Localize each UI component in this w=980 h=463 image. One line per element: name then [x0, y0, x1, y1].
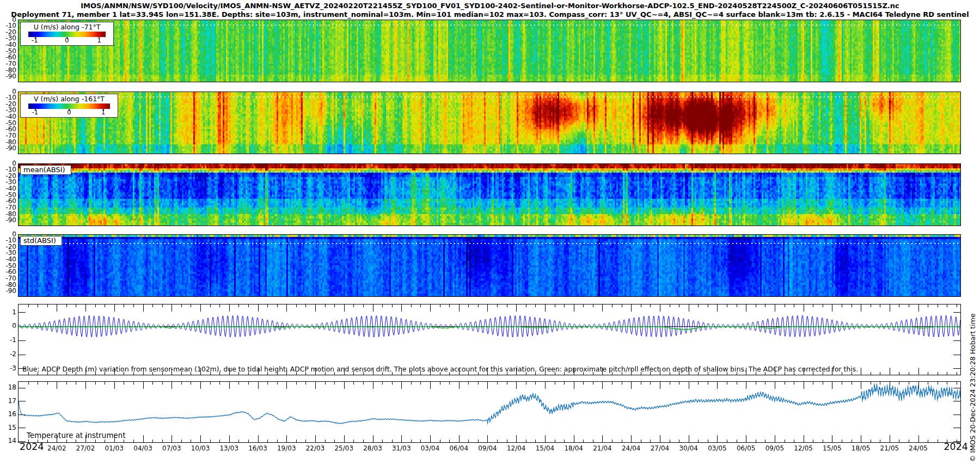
date-tick-label: 12/04 — [503, 444, 529, 452]
depth-variation-tick-label: -1 — [0, 337, 16, 344]
date-tick-label: 01/03 — [101, 444, 127, 452]
date-tick-label: 24/02 — [44, 444, 70, 452]
date-tick-label: 18/04 — [561, 444, 587, 452]
date-tick-label: 31/03 — [388, 444, 414, 452]
u-colorbar-ticks: -1 0 1 — [28, 37, 106, 44]
temperature-tick-label: 18 — [0, 384, 16, 391]
adcp-deployment-figure: IMOS/ANMN/NSW/SYD100/Velocity/IMOS_ANMN-… — [0, 0, 980, 463]
temperature-tick-label: 17 — [0, 398, 16, 405]
year-label-left: 2024 — [20, 441, 44, 452]
depth-variation-tick-label: 1 — [0, 309, 16, 316]
date-tick-label: 27/02 — [72, 444, 99, 452]
colorbar-tick-label: 0 — [65, 37, 69, 44]
date-tick-label: 15/04 — [532, 444, 558, 452]
depth-variation-plot — [19, 304, 960, 375]
date-tick-label: 15/05 — [819, 444, 845, 452]
u-velocity-heatmap — [19, 20, 960, 82]
date-tick-label: 03/04 — [417, 444, 443, 452]
date-tick-label: 24/05 — [905, 444, 932, 452]
u-colorbar-legend: U (m/s) along -71°T -1 0 1 — [20, 22, 114, 46]
panel-v-velocity: V (m/s) along -161°T -1 0 1 — [18, 92, 961, 154]
depth-tick-label: -90 — [0, 73, 16, 80]
date-tick-label: 21/05 — [877, 444, 903, 452]
colorbar-tick-label: 1 — [101, 109, 105, 116]
date-tick-label: 03/05 — [704, 444, 730, 452]
depth-tick-label: -90 — [0, 288, 16, 295]
mean-absi-heatmap — [19, 164, 960, 226]
temperature-tick-label: 14 — [0, 437, 16, 444]
date-tick-label: 06/04 — [446, 444, 472, 452]
depth-variation-tick-label: -2 — [0, 351, 16, 358]
depth-tick-label: -90 — [0, 217, 16, 224]
figure-title: IMOS/ANMN/NSW/SYD100/Velocity/IMOS_ANMN-… — [0, 2, 980, 19]
date-tick-label: 04/03 — [130, 444, 156, 452]
date-tick-label: 28/03 — [360, 444, 386, 452]
v-velocity-heatmap — [19, 92, 960, 154]
year-label-right: 2024 — [929, 441, 968, 452]
temperature-tick-label: 16 — [0, 411, 16, 418]
date-tick-label: 22/03 — [302, 444, 328, 452]
date-tick-label: 07/03 — [158, 444, 185, 452]
title-line1: IMOS/ANMN/NSW/SYD100/Velocity/IMOS_ANMN-… — [0, 2, 980, 10]
date-tick-label: 09/05 — [762, 444, 788, 452]
depth-variation-tick-label: 0 — [0, 322, 16, 330]
title-line2: Deployment 71, member 1 lat=33.94S lon=1… — [0, 10, 980, 19]
date-tick-label: 16/03 — [245, 444, 271, 452]
date-tick-label: 12/05 — [791, 444, 817, 452]
v-colorbar-legend: V (m/s) along -161°T -1 0 1 — [20, 94, 118, 118]
v-colorbar-ticks: -1 0 1 — [28, 109, 110, 116]
depth-variation-note: Blue: ADCP Depth (m) variation from sens… — [22, 365, 858, 373]
date-tick-label: 18/05 — [848, 444, 874, 452]
date-tick-label: 10/03 — [187, 444, 213, 452]
colorbar-tick-label: 1 — [97, 37, 101, 44]
date-tick-label: 21/04 — [589, 444, 615, 452]
panel-std-absi: std(ABSI) — [18, 234, 961, 297]
std-absi-heatmap — [19, 235, 960, 296]
imos-watermark: © IMOS 20-Dec-2024 23:20:28 Hobart time — [969, 313, 977, 462]
v-legend-title: V (m/s) along -161°T — [21, 95, 118, 103]
depth-variation-tick-label: -3 — [0, 365, 16, 372]
temperature-tick-label: 15 — [0, 424, 16, 431]
colorbar-tick-label: 0 — [67, 109, 71, 116]
date-tick-label: 27/04 — [647, 444, 673, 452]
colorbar-tick-label: -1 — [32, 37, 38, 44]
date-tick-label: 09/04 — [474, 444, 500, 452]
panel-u-velocity: U (m/s) along -71°T -1 0 1 — [18, 20, 961, 82]
panel-temperature: Temperature at instrument — [18, 381, 961, 443]
date-tick-label: 19/03 — [273, 444, 299, 452]
date-tick-label: 06/05 — [733, 444, 759, 452]
std-absi-label: std(ABSI) — [20, 236, 62, 246]
date-tick-label: 25/03 — [331, 444, 357, 452]
date-tick-label: 30/04 — [676, 444, 702, 452]
mean-absi-label: mean(ABSI) — [20, 165, 71, 175]
colorbar-tick-label: -1 — [32, 109, 38, 116]
date-tick-label: 13/03 — [216, 444, 242, 452]
temperature-label: Temperature at instrument — [27, 431, 126, 440]
u-legend-title: U (m/s) along -71°T — [21, 23, 113, 31]
depth-tick-label: -90 — [0, 145, 16, 152]
temperature-plot — [19, 382, 960, 442]
panel-mean-absi: mean(ABSI) — [18, 163, 961, 226]
panel-depth-variation: Blue: ADCP Depth (m) variation from sens… — [18, 304, 961, 375]
date-tick-label: 24/04 — [618, 444, 644, 452]
